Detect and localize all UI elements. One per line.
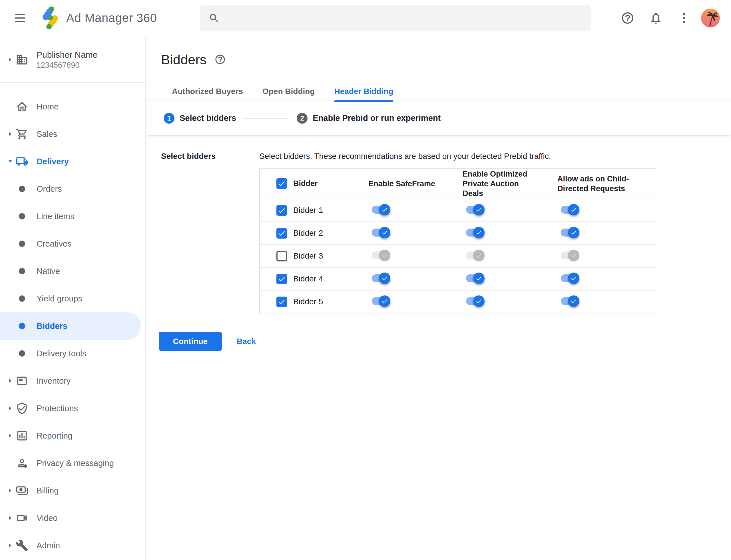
sidebar-item-line-items[interactable]: Line items xyxy=(0,203,145,230)
caret-right-icon[interactable] xyxy=(7,487,16,494)
page-help-icon[interactable] xyxy=(215,54,226,65)
sidebar-item-orders[interactable]: Orders xyxy=(0,175,145,203)
toggle-knob xyxy=(568,227,579,238)
sidebar-item-protections[interactable]: Protections xyxy=(0,395,145,422)
sidebar-item-label: Inventory xyxy=(37,376,71,386)
toggle-knob xyxy=(568,250,579,261)
row-checkbox-bidder-4[interactable] xyxy=(277,274,287,284)
menu-icon[interactable] xyxy=(15,12,27,24)
toggle-knob xyxy=(473,227,484,238)
table-header-row: BidderEnable SafeFrameEnable Optimized P… xyxy=(260,169,657,199)
continue-button[interactable]: Continue xyxy=(159,332,222,351)
sidebar-item-delivery[interactable]: Delivery xyxy=(0,148,145,175)
toggle-safeframe-bidder-1[interactable] xyxy=(372,206,386,214)
step-connector xyxy=(244,118,289,119)
toggle-knob xyxy=(379,273,390,284)
user-avatar[interactable] xyxy=(701,9,720,27)
shield-check-icon xyxy=(16,402,28,415)
bidder-name: Bidder 5 xyxy=(293,297,323,306)
table-row-bidder-5: Bidder 5 xyxy=(260,290,657,313)
step-1[interactable]: 1Select bidders xyxy=(164,113,236,124)
sidebar-item-label: Admin xyxy=(37,541,60,550)
row-checkbox-bidder-3[interactable] xyxy=(277,251,287,261)
sidebar-item-admin[interactable]: Admin xyxy=(0,532,145,559)
sidebar: Publisher Name 1234567890 HomeSalesDeliv… xyxy=(0,37,146,560)
toggle-child-directed-bidder-1[interactable] xyxy=(561,206,576,214)
caret-right-icon[interactable] xyxy=(7,542,16,549)
toggle-optimized-deals-bidder-4[interactable] xyxy=(466,274,481,282)
sidebar-item-yield-groups[interactable]: Yield groups xyxy=(0,285,145,312)
bidder-name: Bidder 1 xyxy=(293,206,323,215)
tab-open-bidding[interactable]: Open Bidding xyxy=(263,84,315,101)
caret-right-icon[interactable] xyxy=(7,405,16,411)
sidebar-item-label: Reporting xyxy=(37,431,73,441)
sidebar-item-label: Orders xyxy=(37,184,62,194)
search-bar[interactable] xyxy=(200,5,591,31)
sidebar-item-bidders[interactable]: Bidders xyxy=(0,312,141,340)
sidebar-item-label: Bidders xyxy=(37,321,67,331)
caret-down-icon[interactable] xyxy=(7,158,16,165)
caret-right-icon[interactable] xyxy=(7,131,16,137)
caret-right-icon[interactable] xyxy=(7,433,16,439)
toggle-optimized-deals-bidder-1[interactable] xyxy=(466,206,481,214)
table-row-bidder-3: Bidder 3 xyxy=(260,244,657,267)
account-switcher[interactable]: Publisher Name 1234567890 xyxy=(0,37,145,82)
column-header-bidder: Bidder xyxy=(293,179,318,188)
sidebar-item-sales[interactable]: Sales xyxy=(0,120,145,148)
toggle-optimized-deals-bidder-2[interactable] xyxy=(466,229,481,237)
row-checkbox-bidder-2[interactable] xyxy=(277,228,287,239)
sidebar-item-label: Line items xyxy=(37,212,74,221)
toggle-safeframe-bidder-3[interactable] xyxy=(372,251,386,259)
step-number-badge: 2 xyxy=(297,113,308,124)
sidebar-item-home[interactable]: Home xyxy=(0,93,145,120)
app-title: Ad Manager 360 xyxy=(66,11,157,25)
select-all-checkbox[interactable] xyxy=(277,178,287,189)
step-2[interactable]: 2Enable Prebid or run experiment xyxy=(297,113,440,124)
sidebar-item-native[interactable]: Native xyxy=(0,257,145,285)
sidebar-item-label: Delivery tools xyxy=(37,349,86,358)
sidebar-item-label: Privacy & messaging xyxy=(37,459,114,468)
more-options-icon[interactable] xyxy=(677,11,691,25)
toggle-safeframe-bidder-5[interactable] xyxy=(372,297,386,305)
dot-icon xyxy=(16,183,28,195)
row-checkbox-bidder-5[interactable] xyxy=(277,297,287,307)
sidebar-item-label: Video xyxy=(37,513,58,523)
toggle-optimized-deals-bidder-3[interactable] xyxy=(466,251,481,259)
form-actions: Continue Back xyxy=(147,332,731,351)
sidebar-item-video[interactable]: Video xyxy=(0,504,145,532)
sidebar-item-inventory[interactable]: Inventory xyxy=(0,367,145,395)
toggle-knob xyxy=(568,273,579,284)
toggle-safeframe-bidder-2[interactable] xyxy=(372,229,386,237)
tab-bar: Authorized BuyersOpen BiddingHeader Bidd… xyxy=(147,84,731,101)
sidebar-item-label: Yield groups xyxy=(37,294,82,303)
ad-manager-app: Ad Manager 360 xyxy=(0,0,731,560)
search-input[interactable] xyxy=(227,13,582,23)
notifications-icon[interactable] xyxy=(649,11,663,25)
sidebar-item-billing[interactable]: Billing xyxy=(0,477,145,504)
toggle-child-directed-bidder-2[interactable] xyxy=(561,229,576,237)
top-app-bar: Ad Manager 360 xyxy=(0,0,731,36)
toggle-child-directed-bidder-5[interactable] xyxy=(561,297,576,305)
dot-icon xyxy=(16,210,28,223)
sidebar-item-privacy-messaging[interactable]: Privacy & messaging xyxy=(0,449,145,477)
toggle-optimized-deals-bidder-5[interactable] xyxy=(466,297,481,305)
dot-icon xyxy=(16,320,28,332)
sidebar-item-reporting[interactable]: Reporting xyxy=(0,422,145,449)
toggle-safeframe-bidder-4[interactable] xyxy=(372,274,386,282)
row-checkbox-bidder-1[interactable] xyxy=(277,205,287,216)
dot-icon xyxy=(16,347,28,360)
toggle-knob xyxy=(379,204,390,215)
caret-right-icon[interactable] xyxy=(7,515,16,521)
toggle-child-directed-bidder-3[interactable] xyxy=(561,251,576,259)
toggle-child-directed-bidder-4[interactable] xyxy=(561,274,576,282)
select-bidders-section: Select bidders Select bidders. These rec… xyxy=(147,151,731,313)
caret-right-icon[interactable] xyxy=(7,378,16,384)
back-button[interactable]: Back xyxy=(237,337,256,346)
help-icon[interactable] xyxy=(621,11,634,25)
sidebar-item-creatives[interactable]: Creatives xyxy=(0,230,145,257)
tab-header-bidding[interactable]: Header Bidding xyxy=(334,84,393,101)
sidebar-item-label: Protections xyxy=(37,404,78,413)
sidebar-item-delivery-tools[interactable]: Delivery tools xyxy=(0,340,145,367)
toggle-knob xyxy=(473,204,484,215)
tab-authorized-buyers[interactable]: Authorized Buyers xyxy=(172,84,243,101)
